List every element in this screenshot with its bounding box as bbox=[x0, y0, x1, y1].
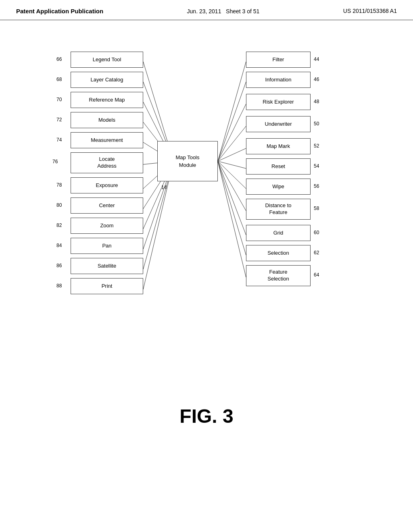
information-ref: 46 bbox=[314, 77, 319, 82]
legend-tool-ref: 66 bbox=[56, 56, 62, 62]
models-box: Models bbox=[71, 112, 143, 128]
locate-address-ref: 76 bbox=[52, 159, 58, 164]
distance-feature-box: Distance to Feature bbox=[246, 199, 311, 220]
exposure-box: Exposure bbox=[71, 177, 143, 193]
svg-line-16 bbox=[218, 148, 246, 161]
reference-map-box: Reference Map bbox=[71, 92, 143, 108]
connector-lines bbox=[0, 24, 413, 459]
header-title: Patent Application Publication bbox=[16, 7, 103, 15]
filter-ref: 44 bbox=[314, 56, 319, 62]
grid-ref: 60 bbox=[314, 230, 319, 235]
reset-ref: 54 bbox=[314, 163, 319, 169]
figure-label: FIG. 3 bbox=[0, 405, 413, 427]
svg-line-15 bbox=[218, 126, 246, 161]
wipe-ref: 56 bbox=[314, 183, 319, 189]
center-ref: 80 bbox=[56, 202, 62, 208]
exposure-ref: 78 bbox=[56, 182, 62, 188]
satellite-box: Satellite bbox=[71, 258, 143, 274]
zoom-ref: 82 bbox=[56, 222, 62, 228]
information-box: Information bbox=[246, 72, 311, 88]
diagram-area: Legend Tool 66 Layer Catalog 68 Referenc… bbox=[0, 24, 413, 459]
svg-line-21 bbox=[218, 161, 246, 255]
svg-line-20 bbox=[218, 161, 246, 235]
filter-box: Filter bbox=[246, 52, 311, 68]
models-ref: 72 bbox=[56, 117, 62, 123]
svg-line-18 bbox=[218, 161, 246, 189]
satellite-ref: 86 bbox=[56, 263, 62, 268]
svg-line-19 bbox=[218, 161, 246, 211]
print-box: Print bbox=[71, 278, 143, 294]
locate-address-box: Locate Address bbox=[71, 152, 143, 173]
underwriter-box: Underwriter bbox=[246, 116, 311, 132]
risk-explorer-box: Risk Explorer bbox=[246, 94, 311, 110]
svg-line-17 bbox=[218, 161, 246, 168]
layer-catalog-box: Layer Catalog bbox=[71, 72, 143, 88]
svg-line-14 bbox=[218, 104, 246, 161]
underwriter-ref: 50 bbox=[314, 121, 319, 127]
selection-ref: 62 bbox=[314, 250, 319, 256]
print-ref: 88 bbox=[56, 283, 62, 289]
reset-box: Reset bbox=[246, 158, 311, 175]
selection-box: Selection bbox=[246, 245, 311, 261]
risk-explorer-ref: 48 bbox=[314, 99, 319, 104]
legend-tool-box: Legend Tool bbox=[71, 52, 143, 68]
map-mark-ref: 52 bbox=[314, 143, 319, 149]
distance-feature-ref: 58 bbox=[314, 206, 319, 211]
header-patent-number: US 2011/0153368 A1 bbox=[343, 7, 397, 15]
measurement-box: Measurement bbox=[71, 132, 143, 148]
measurement-ref: 74 bbox=[56, 137, 62, 143]
grid-box: Grid bbox=[246, 225, 311, 241]
pan-box: Pan bbox=[71, 238, 143, 254]
svg-line-12 bbox=[218, 62, 246, 161]
center-box: Center bbox=[71, 197, 143, 214]
feature-selection-ref: 64 bbox=[314, 272, 319, 278]
reference-map-ref: 70 bbox=[56, 97, 62, 102]
feature-selection-box: Feature Selection bbox=[246, 265, 311, 286]
svg-line-22 bbox=[218, 161, 246, 277]
svg-line-13 bbox=[218, 82, 246, 161]
header-date-sheet: Jun. 23, 2011 Sheet 3 of 51 bbox=[187, 7, 260, 16]
pan-ref: 84 bbox=[56, 243, 62, 248]
wipe-box: Wipe bbox=[246, 179, 311, 195]
layer-catalog-ref: 68 bbox=[56, 77, 62, 82]
zoom-box: Zoom bbox=[71, 218, 143, 234]
map-tools-module-box: Map Tools Module bbox=[157, 141, 218, 181]
header: Patent Application Publication Jun. 23, … bbox=[0, 0, 413, 20]
map-mark-box: Map Mark bbox=[246, 138, 311, 154]
module-ref: 14 bbox=[161, 185, 167, 190]
